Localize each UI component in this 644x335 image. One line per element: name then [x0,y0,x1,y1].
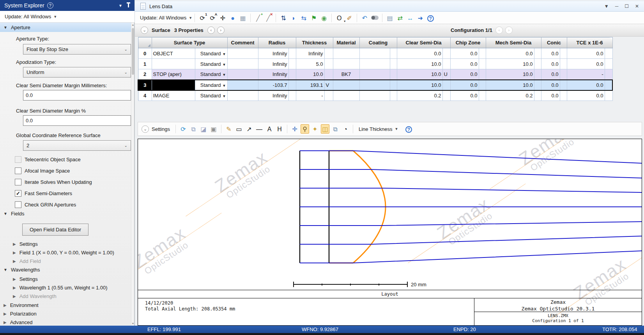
cell-chip_zone[interactable]: 0.0 [450,80,479,90]
cell-radius_flag[interactable] [288,48,296,59]
open-field-data-editor-button[interactable]: Open Field Data Editor [22,224,88,236]
cell-radius_flag[interactable] [288,80,296,90]
cell-tce_flag[interactable] [605,69,612,80]
lamp-icon[interactable]: ✦ [311,124,319,134]
cell-mech_semi_dia[interactable]: 10.0 [486,80,534,90]
cell-mech_flag[interactable] [534,69,541,80]
cell-radius_flag[interactable] [288,59,296,69]
cell-mech_flag[interactable] [534,80,541,90]
update-all-icon[interactable]: ⟳A [208,13,217,23]
surface-type-dropdown[interactable]: Standard▼ [195,48,227,59]
dimension-annotation-icon[interactable]: H [275,124,284,134]
cell-radius[interactable]: Infinity [258,48,288,59]
cell-thickness[interactable]: Infinity [296,48,324,59]
layout-help-icon[interactable]: ? [404,124,413,134]
checkbox-fast-semi-diameters[interactable]: ✓ Fast Semi-Diameters [15,190,72,197]
previous-surface-icon[interactable]: ‹ [207,26,215,34]
copy-window-icon[interactable]: ⧉ [331,124,340,134]
cell-tce[interactable]: - [567,69,605,80]
cell-coating[interactable] [359,48,390,59]
explorer-update-dropdown[interactable]: Update: All Windows ▼ [0,11,134,23]
save-icon[interactable]: ◪ [199,124,208,134]
cell-mech_flag[interactable] [534,59,541,69]
copy-icon[interactable]: ⧉ [189,124,198,134]
refresh-icon[interactable]: ⟳ [179,124,188,134]
cell-conic[interactable]: 0.0 [541,80,560,90]
swap-surfaces-icon[interactable]: ⇅ [279,13,288,23]
column-header[interactable]: Comment [227,37,258,48]
cell-thickness_flag[interactable]: V [324,80,333,90]
quick-adjust-icon[interactable]: ✛ [218,13,227,23]
cell-radius_flag[interactable] [288,69,296,80]
panel-menu-caret-icon[interactable]: ▼ [119,4,122,8]
reverse-elements-icon[interactable]: ⇆ [299,13,308,23]
column-header[interactable]: Coating [359,37,397,48]
surface-type-dropdown[interactable]: Standard▼ [195,80,227,90]
section-header-wavelengths[interactable]: ▼ Wavelengths [0,267,40,273]
cell-mech_semi_dia[interactable]: 0.2 [486,90,534,101]
column-header[interactable]: Mech Semi-Dia [486,37,541,48]
layout-settings-expand-icon[interactable]: ⌄ [142,125,149,133]
cell-tce[interactable]: 0.0 [567,48,605,59]
pin-icon[interactable] [128,4,129,7]
row-number-cell[interactable]: 3 [138,80,152,90]
cell-conic_flag[interactable] [560,80,567,90]
fit-columns-icon[interactable]: ↔ [406,13,414,23]
window-menu-caret-icon[interactable]: ▼ [604,4,609,9]
cell-conic[interactable]: 0.0 [541,48,560,59]
cell-chip_zone[interactable]: 0.0 [450,48,479,59]
cell-conic_flag[interactable] [560,48,567,59]
cell-coating_flag[interactable] [390,48,397,59]
cell-coating_flag[interactable] [390,80,397,90]
surface-name-cell[interactable] [152,59,195,69]
pan-icon[interactable]: ✛ [290,124,299,134]
cell-chip_flag[interactable] [479,69,486,80]
help-icon[interactable]: ? [426,13,435,23]
cell-chip_zone[interactable]: 0.0 [450,69,479,80]
text-annotation-icon[interactable]: A [265,124,274,134]
csd-margin-pct-field[interactable]: 0.0 [23,115,131,126]
row-number-cell[interactable]: 0 [138,48,152,59]
csd-margin-mm-field[interactable]: 0.0 [23,90,131,100]
cell-comment[interactable] [227,90,258,101]
row-number-cell[interactable]: 1 [138,59,152,69]
print-icon[interactable]: ▣ [209,124,218,134]
column-header[interactable]: Chip Zone [450,37,486,48]
cell-comment[interactable] [227,69,258,80]
cell-coating[interactable] [359,69,390,80]
delete-surface-icon[interactable]: ╱✕ [264,13,272,23]
tree-item-add-wavelength[interactable]: ▶ Add Wavelength [9,293,57,299]
tree-item-field-1[interactable]: ▶ Field 1 (X = 0.00, Y = 0.00, Weight = … [9,250,114,256]
cell-coating[interactable] [359,80,390,90]
checkbox-telecentric[interactable]: Telecentric Object Space [15,156,81,163]
tree-item-fields-settings[interactable]: ▶ Settings [9,241,38,247]
cell-comment[interactable] [227,59,258,69]
section-header-aperture[interactable]: ▼ Aperture [0,23,131,32]
cell-radius_flag[interactable] [288,90,296,101]
lde-update-dropdown[interactable]: Update: All Windows ▼ [140,15,192,21]
cell-tce[interactable]: 0.0 [567,59,605,69]
cell-coating_flag[interactable] [390,90,397,101]
next-surface-icon[interactable]: › [217,26,225,34]
aperture-tool-icon[interactable]: O▾ [335,13,343,23]
next-config-icon[interactable]: › [505,26,513,34]
bend-system-icon[interactable]: ⚑ [310,13,318,23]
cell-mech_semi_dia[interactable]: 10.0 [486,59,534,69]
zoom-icon[interactable]: ⚲ [301,124,309,134]
cell-thickness[interactable]: 10.0 [296,69,324,80]
edit-tool-icon[interactable]: ✐ [345,13,354,23]
cell-radius[interactable]: Infinity [258,59,288,69]
surface-name-cell[interactable]: IMAGE [152,90,195,101]
column-header[interactable]: Clear Semi-Dia [397,37,450,48]
surface-type-dropdown[interactable]: Standard▼ [195,90,227,101]
explorer-scrollbar[interactable]: ▲ ▼ [131,23,134,326]
cell-tce_flag[interactable] [605,59,612,69]
image-simulation-icon[interactable]: ▦ [239,13,247,23]
scrollbar-thumb[interactable] [132,28,134,75]
cell-conic[interactable]: 0.0 [541,59,560,69]
column-header[interactable]: Surface Type [152,37,227,48]
cell-tce_flag[interactable] [605,90,612,101]
column-header[interactable]: Material [333,37,359,48]
surface-type-dropdown[interactable]: Standard▼ [195,59,227,69]
cell-tce[interactable]: 0.0 [567,80,605,90]
